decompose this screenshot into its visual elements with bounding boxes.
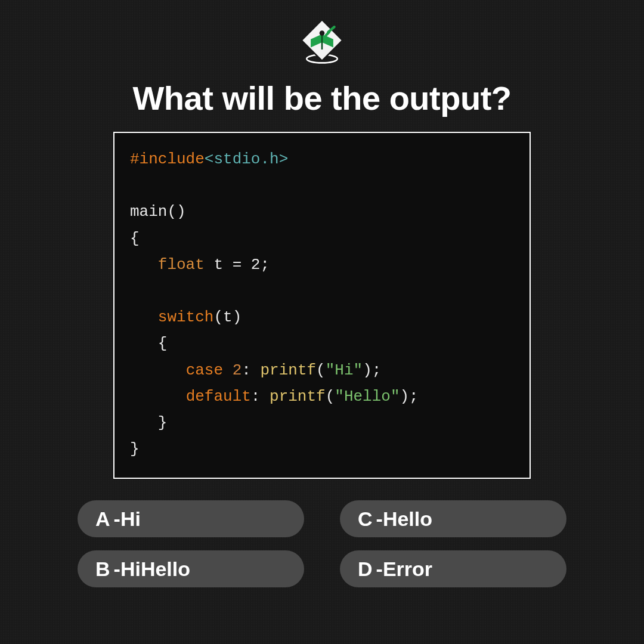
- answer-text: HiHello: [120, 558, 190, 581]
- answer-letter: D: [358, 558, 373, 581]
- answer-letter: B: [95, 558, 110, 581]
- code-token: (: [326, 388, 335, 405]
- answer-sep: -: [114, 507, 120, 531]
- answer-option-a[interactable]: A - Hi: [78, 500, 304, 537]
- question-title: What will be the output?: [0, 79, 644, 117]
- logo-container: [0, 17, 644, 68]
- answer-letter: A: [95, 507, 110, 531]
- code-token: #include: [130, 150, 205, 168]
- code-token: "Hello": [335, 388, 400, 405]
- answer-grid: A - Hi C - Hello B - HiHello D - Error: [78, 500, 566, 587]
- answer-sep: -: [114, 558, 120, 581]
- code-token: case: [186, 361, 223, 379]
- answer-option-b[interactable]: B - HiHello: [78, 550, 304, 587]
- code-token: :: [242, 361, 260, 379]
- code-token: "Hi": [326, 361, 363, 379]
- code-token: 2: [223, 361, 242, 379]
- code-token: float: [158, 256, 205, 274]
- code-token: }: [130, 414, 167, 432]
- code-token: <stdio.h>: [205, 150, 288, 168]
- code-token: :: [251, 388, 270, 405]
- code-token: switch: [158, 308, 214, 326]
- code-snippet: #include<stdio.h> main() { float t = 2; …: [113, 132, 531, 479]
- answer-text: Hi: [120, 507, 141, 531]
- code-token: {: [130, 230, 140, 247]
- code-token: (: [316, 361, 326, 379]
- code-token: default: [186, 388, 251, 405]
- code-token: (t): [213, 308, 242, 326]
- answer-sep: -: [376, 507, 383, 531]
- answer-sep: -: [376, 558, 383, 581]
- code-token: printf: [260, 361, 316, 379]
- answer-letter: C: [358, 507, 373, 531]
- code-token: }: [130, 440, 140, 458]
- code-token: {: [130, 335, 167, 352]
- code-token: main(): [130, 203, 186, 221]
- code-token: );: [363, 361, 381, 379]
- brand-logo-icon: [296, 17, 348, 68]
- svg-point-2: [320, 30, 325, 36]
- answer-option-c[interactable]: C - Hello: [340, 500, 566, 537]
- code-token: t = 2;: [205, 256, 270, 274]
- code-token: );: [400, 388, 419, 405]
- answer-option-d[interactable]: D - Error: [340, 550, 566, 587]
- answer-text: Error: [383, 558, 432, 581]
- code-token: printf: [270, 388, 326, 405]
- answer-text: Hello: [383, 507, 432, 531]
